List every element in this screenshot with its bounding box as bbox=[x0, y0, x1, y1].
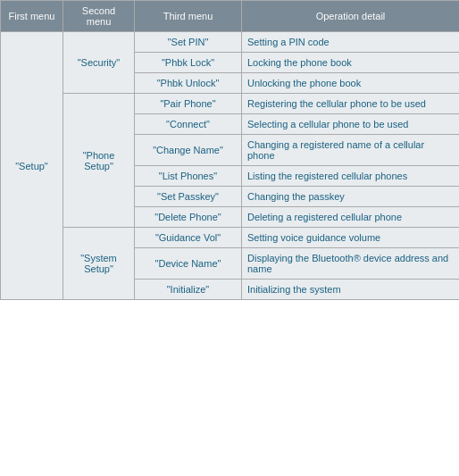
third-menu-cell: "Pair Phone" bbox=[135, 94, 242, 114]
third-menu-cell: "Connect" bbox=[135, 114, 242, 135]
third-menu-cell: "Guidance Vol" bbox=[135, 228, 242, 248]
third-menu-cell: "Initialize" bbox=[135, 280, 242, 300]
header-third: Third menu bbox=[135, 1, 242, 32]
operation-cell: Locking the phone book bbox=[242, 53, 460, 73]
operation-cell: Setting voice guidance volume bbox=[242, 228, 460, 248]
operation-cell: Changing the passkey bbox=[242, 187, 460, 207]
header-first: First menu bbox=[1, 1, 63, 32]
operation-cell: Unlocking the phone book bbox=[242, 73, 460, 94]
operation-cell: Selecting a cellular phone to be used bbox=[242, 114, 460, 135]
third-menu-cell: "Set Passkey" bbox=[135, 187, 242, 207]
menu-table: First menu Second menu Third menu Operat… bbox=[0, 0, 459, 300]
first-menu-cell: "Setup" bbox=[1, 32, 63, 300]
third-menu-cell: "List Phones" bbox=[135, 166, 242, 187]
operation-cell: Setting a PIN code bbox=[242, 32, 460, 53]
header-operation: Operation detail bbox=[242, 1, 460, 32]
operation-cell: Changing a registered name of a cellular… bbox=[242, 135, 460, 166]
third-menu-cell: "Set PIN" bbox=[135, 32, 242, 53]
third-menu-cell: "Phbk Unlock" bbox=[135, 73, 242, 94]
table-row: "System Setup""Guidance Vol"Setting voic… bbox=[1, 228, 460, 248]
third-menu-cell: "Phbk Lock" bbox=[135, 53, 242, 73]
second-menu-cell: "Security" bbox=[63, 32, 135, 94]
operation-cell: Deleting a registered cellular phone bbox=[242, 207, 460, 228]
operation-cell: Initializing the system bbox=[242, 280, 460, 300]
second-menu-cell: "Phone Setup" bbox=[63, 94, 135, 228]
table-row: "Phone Setup""Pair Phone"Registering the… bbox=[1, 94, 460, 114]
third-menu-cell: "Change Name" bbox=[135, 135, 242, 166]
second-menu-cell: "System Setup" bbox=[63, 228, 135, 300]
operation-cell: Registering the cellular phone to be use… bbox=[242, 94, 460, 114]
third-menu-cell: "Device Name" bbox=[135, 248, 242, 280]
third-menu-cell: "Delete Phone" bbox=[135, 207, 242, 228]
operation-cell: Displaying the Bluetooth® device address… bbox=[242, 248, 460, 280]
table-row: "Setup""Security""Set PIN"Setting a PIN … bbox=[1, 32, 460, 53]
operation-cell: Listing the registered cellular phones bbox=[242, 166, 460, 187]
header-second: Second menu bbox=[63, 1, 135, 32]
